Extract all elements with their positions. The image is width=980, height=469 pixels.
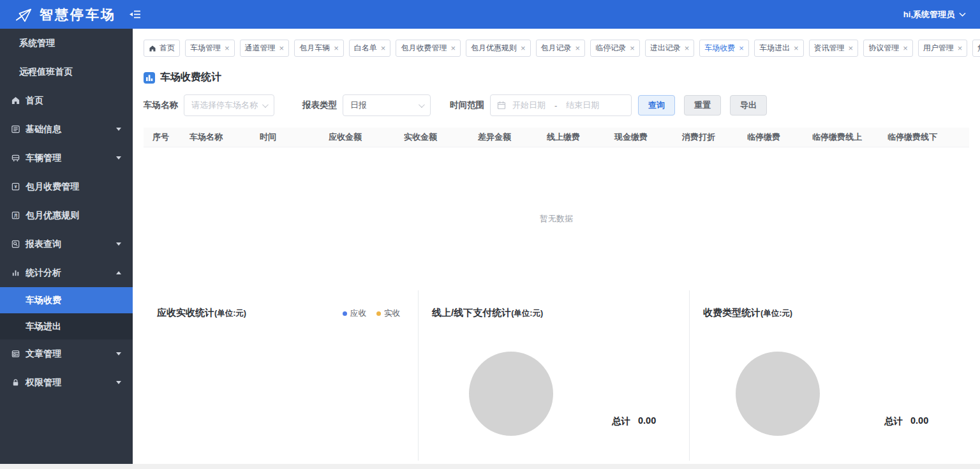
close-icon[interactable]: × xyxy=(450,44,456,52)
page-title: 车场收费统计 xyxy=(160,71,221,84)
chart-unit-label: (单位:元) xyxy=(214,309,246,318)
sidebar-collapse-icon[interactable] xyxy=(129,9,141,20)
chart-receivable-received: 应收实收统计(单位:元) 应收 实收 xyxy=(133,290,418,461)
sidebar-item-vehicle-management[interactable]: 车辆管理 xyxy=(0,144,133,172)
sidebar-item-home[interactable]: 首页 xyxy=(0,86,133,115)
tab-item[interactable]: 用户管理× xyxy=(918,40,968,57)
tab-item[interactable]: 临停记录× xyxy=(590,40,640,57)
sidebar-item-monthly-discount-rules[interactable]: 月 包月优惠规则 xyxy=(0,201,133,230)
tab-label: 包月车辆 xyxy=(299,43,330,54)
bar-chart-icon xyxy=(10,268,20,278)
time-range-label: 时间范围 xyxy=(450,100,484,111)
app-window: 智慧停车场 hi,系统管理员 系统管理 远程值班首页 xyxy=(0,0,980,469)
sidebar-item-parking-inout[interactable]: 车场进出 xyxy=(0,313,133,339)
lock-icon xyxy=(10,378,20,388)
close-icon[interactable]: × xyxy=(685,44,690,52)
export-button[interactable]: 导出 xyxy=(730,95,767,115)
sidebar-item-system-management[interactable]: 系统管理 xyxy=(0,29,133,57)
tab-label: 车场进出 xyxy=(759,43,790,54)
tab-item[interactable]: 角色管理× xyxy=(972,40,980,57)
tab-item[interactable]: 包月优惠规则× xyxy=(466,40,531,57)
close-icon[interactable]: × xyxy=(794,44,799,52)
sidebar-item-label: 统计分析 xyxy=(26,267,61,279)
article-icon xyxy=(10,349,20,359)
chevron-down-icon xyxy=(262,101,269,108)
chart-online-offline-payment: 线上/线下支付统计(单位:元) 总计 0.00 xyxy=(418,290,689,461)
tab-item[interactable]: 通道管理× xyxy=(240,40,290,57)
chevron-down-icon xyxy=(116,242,121,246)
query-button[interactable]: 查询 xyxy=(638,95,675,115)
close-icon[interactable]: × xyxy=(225,44,230,52)
tab-item[interactable]: 协议管理× xyxy=(863,40,913,57)
close-icon[interactable]: × xyxy=(279,44,285,52)
sidebar-item-label: 报表查询 xyxy=(26,239,61,250)
tab-item[interactable]: 车场进出× xyxy=(754,40,804,57)
sidebar-item-report-query[interactable]: 报表查询 xyxy=(0,230,133,258)
table-header: 序号 车场名称 时间 应收金额 实收金额 差异金额 线上缴费 现金缴费 消费打折… xyxy=(144,128,969,147)
close-icon[interactable]: × xyxy=(630,44,635,52)
chart-unit-label: (单位:元) xyxy=(761,309,792,318)
svg-text:¥: ¥ xyxy=(14,184,17,190)
sidebar-item-remote-duty-home[interactable]: 远程值班首页 xyxy=(0,57,133,86)
user-menu[interactable]: hi,系统管理员 xyxy=(903,9,966,20)
sidebar-item-label: 基础信息 xyxy=(26,124,61,135)
home-icon xyxy=(10,96,20,106)
charts-row: 应收实收统计(单位:元) 应收 实收 线上/线下支付统计(单位:元) 总计 xyxy=(133,290,980,461)
column-header: 临停缴费线上 xyxy=(803,131,879,143)
tab-label: 车场管理 xyxy=(190,43,221,54)
sidebar-item-label: 包月收费管理 xyxy=(26,181,79,193)
close-icon[interactable]: × xyxy=(521,44,526,52)
sidebar-item-label: 车辆管理 xyxy=(26,153,61,164)
tab-item-home[interactable]: 首页 xyxy=(144,40,180,57)
tab-item[interactable]: 进出记录× xyxy=(645,40,695,57)
chart-total: 总计 0.00 xyxy=(884,415,928,428)
legend-dot-icon xyxy=(343,311,347,316)
tab-label: 通道管理 xyxy=(245,43,276,54)
sidebar-item-basic-info[interactable]: 基础信息 xyxy=(0,115,133,144)
tab-item-active[interactable]: 车场收费× xyxy=(699,40,749,57)
total-label: 总计 xyxy=(884,415,903,428)
sidebar-item-statistics-analysis[interactable]: 统计分析 xyxy=(0,258,133,287)
column-header: 线上缴费 xyxy=(538,131,605,143)
close-icon[interactable]: × xyxy=(575,44,581,52)
tab-item[interactable]: 包月记录× xyxy=(536,40,586,57)
sidebar-item-label: 权限管理 xyxy=(26,377,61,389)
tab-label: 用户管理 xyxy=(923,43,954,54)
close-icon[interactable]: × xyxy=(334,44,339,52)
legend-item-receivable[interactable]: 应收 xyxy=(343,308,366,319)
close-icon[interactable]: × xyxy=(381,44,386,52)
sidebar-item-article-management[interactable]: 文章管理 xyxy=(0,339,133,368)
tab-item[interactable]: 包月车辆× xyxy=(294,40,344,57)
chart-title: 线上/线下支付统计 xyxy=(432,307,511,318)
column-header: 临停缴费线下 xyxy=(879,131,955,143)
report-type-select[interactable]: 日报 xyxy=(343,94,431,116)
horizontal-scrollbar[interactable] xyxy=(0,464,980,469)
date-range-picker[interactable]: 开始日期 - 结束日期 xyxy=(490,94,632,116)
tab-label: 角色管理 xyxy=(977,43,980,54)
sidebar-item-permission-management[interactable]: 权限管理 xyxy=(0,368,133,397)
tab-item[interactable]: 包月收费管理× xyxy=(396,40,461,57)
chevron-down-icon xyxy=(419,101,425,108)
sidebar-item-parking-fee[interactable]: 车场收费 xyxy=(0,287,133,313)
park-name-placeholder: 请选择停车场名称 xyxy=(191,100,262,111)
tab-label: 协议管理 xyxy=(868,43,899,54)
tab-item[interactable]: 资讯管理× xyxy=(809,40,859,57)
tab-item[interactable]: 车场管理× xyxy=(185,40,235,57)
close-icon[interactable]: × xyxy=(958,44,963,52)
chevron-up-icon xyxy=(116,271,121,274)
tab-item[interactable]: 白名单× xyxy=(349,40,391,57)
park-name-select[interactable]: 请选择停车场名称 xyxy=(184,94,274,116)
tab-label: 资讯管理 xyxy=(814,43,845,54)
total-value: 0.00 xyxy=(638,415,656,428)
column-header: 车场名称 xyxy=(181,131,251,143)
legend-item-received[interactable]: 实收 xyxy=(376,308,400,319)
close-icon[interactable]: × xyxy=(739,44,744,52)
sidebar-item-monthly-fee-management[interactable]: ¥ 包月收费管理 xyxy=(0,172,133,201)
tab-label: 白名单 xyxy=(354,43,377,54)
app-title: 智慧停车场 xyxy=(40,6,116,24)
reset-button[interactable]: 重置 xyxy=(684,95,721,115)
app-logo: 智慧停车场 xyxy=(14,5,116,24)
tab-label: 进出记录 xyxy=(650,43,681,54)
close-icon[interactable]: × xyxy=(849,44,854,52)
close-icon[interactable]: × xyxy=(903,44,908,52)
